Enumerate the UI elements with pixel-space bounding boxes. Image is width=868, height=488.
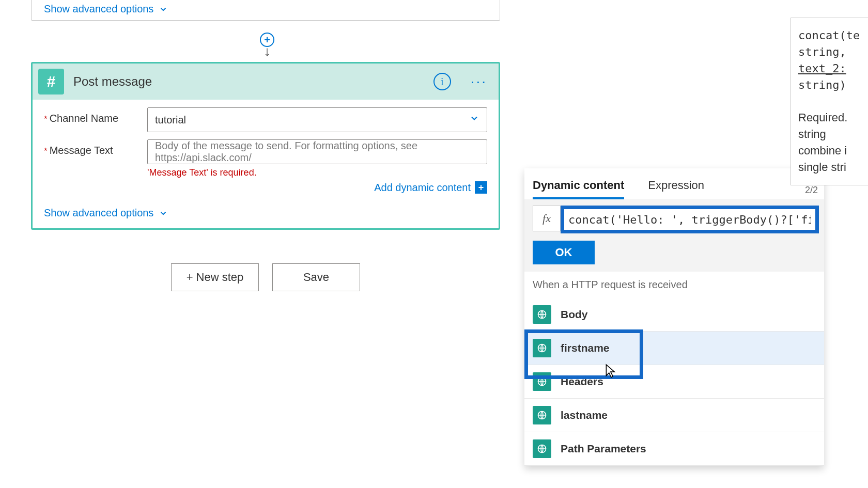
message-text-input[interactable]: Body of the message to send. For formatt… <box>147 139 487 164</box>
tab-dynamic-content[interactable]: Dynamic content <box>533 174 624 199</box>
pager-text: 2/2 <box>805 185 818 196</box>
fx-icon: fx <box>533 206 561 231</box>
mouse-cursor-icon <box>605 364 618 379</box>
dynamic-item-label: lastname <box>561 409 608 421</box>
connector-add-step: + ↓ <box>259 33 275 56</box>
tooltip-desc1: Required. <box>798 109 868 126</box>
card-header[interactable]: # Post message i ··· <box>33 64 499 100</box>
dynamic-item-label: firstname <box>561 342 610 354</box>
http-trigger-icon <box>533 372 551 391</box>
message-text-error: 'Message Text' is required. <box>147 167 487 178</box>
show-advanced-options-label-2: Show advanced options <box>44 207 153 219</box>
dynamic-source-title: When a HTTP request is received <box>524 272 824 298</box>
ok-button[interactable]: OK <box>533 241 595 264</box>
dynamic-source-list: Body firstname Headers lastname Path Par… <box>524 298 824 466</box>
tooltip-desc2: string <box>798 126 868 143</box>
info-icon[interactable]: i <box>433 73 451 90</box>
tooltip-line2: string, <box>798 44 868 60</box>
previous-action-card: Show advanced options <box>31 0 500 21</box>
tooltip-desc4: single stri <box>798 159 868 176</box>
show-advanced-options-link[interactable]: Show advanced options <box>44 3 168 15</box>
dynamic-item-path-parameters[interactable]: Path Parameters <box>524 432 824 466</box>
dynamic-item-body[interactable]: Body <box>524 298 824 332</box>
message-text-placeholder: Body of the message to send. For formatt… <box>155 140 461 164</box>
tab-expression[interactable]: Expression <box>648 174 704 199</box>
chevron-down-icon <box>159 209 168 218</box>
card-title: Post message <box>73 74 424 89</box>
dynamic-item-label: Body <box>561 308 588 321</box>
function-tooltip: concat(te string, text_2: string) Requir… <box>791 18 868 185</box>
dynamic-item-lastname[interactable]: lastname <box>524 399 824 432</box>
expression-input-highlight <box>561 206 819 233</box>
dynamic-content-panel: Dynamic content Expression ▲ 2/2 fx OK W… <box>524 168 824 466</box>
slack-icon: # <box>38 69 64 95</box>
arrow-down-icon: ↓ <box>264 46 271 56</box>
http-trigger-icon <box>533 439 551 458</box>
expression-input[interactable] <box>565 210 814 229</box>
channel-name-row: *Channel Name tutorial <box>44 107 487 132</box>
dynamic-item-label: Path Parameters <box>561 443 646 455</box>
show-advanced-options-link-2[interactable]: Show advanced options <box>44 207 168 219</box>
add-dynamic-plus-icon[interactable]: + <box>475 181 487 194</box>
message-text-row: *Message Text Body of the message to sen… <box>44 139 487 194</box>
designer-footer: + New step Save <box>31 263 500 291</box>
channel-name-label: *Channel Name <box>44 107 147 124</box>
tooltip-line1: concat(te <box>798 27 868 44</box>
new-step-button[interactable]: + New step <box>171 263 259 291</box>
tooltip-line4: string) <box>798 77 868 93</box>
add-dynamic-content-link[interactable]: Add dynamic content <box>374 182 471 194</box>
tooltip-line3: text_2: <box>798 60 868 77</box>
save-button[interactable]: Save <box>272 263 360 291</box>
channel-name-select[interactable]: tutorial <box>147 107 487 132</box>
show-advanced-options-label: Show advanced options <box>44 3 153 15</box>
message-text-label: *Message Text <box>44 139 147 156</box>
chevron-down-icon <box>159 5 168 14</box>
post-message-card: # Post message i ··· *Channel Name tutor… <box>31 62 500 230</box>
http-trigger-icon <box>533 305 551 324</box>
dynamic-item-firstname[interactable]: firstname <box>524 332 824 365</box>
dynamic-item-headers[interactable]: Headers <box>524 365 824 399</box>
chevron-down-icon <box>469 113 479 123</box>
tooltip-desc3: combine i <box>798 143 868 159</box>
channel-name-value: tutorial <box>155 114 186 126</box>
dynamic-item-label: Headers <box>561 375 603 388</box>
more-actions-icon[interactable]: ··· <box>471 73 487 90</box>
http-trigger-icon <box>533 339 551 357</box>
http-trigger-icon <box>533 406 551 424</box>
